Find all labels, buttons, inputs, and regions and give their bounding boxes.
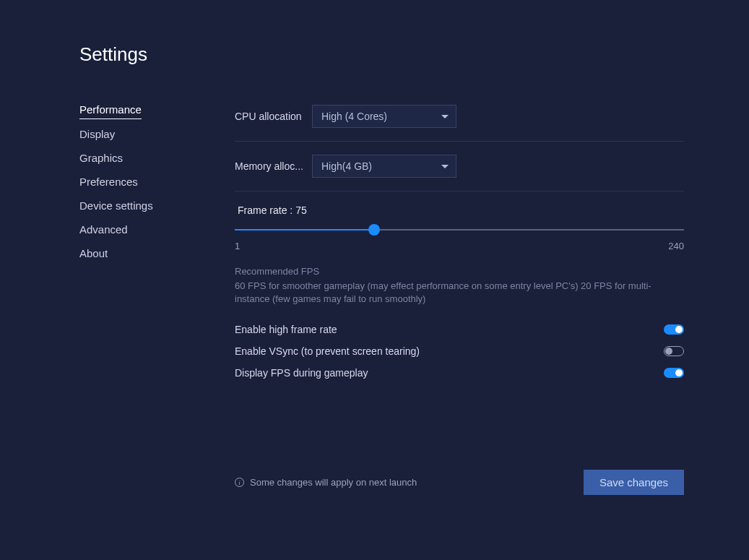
page-title: Settings <box>79 43 749 66</box>
frame-rate-slider[interactable] <box>235 223 684 238</box>
sidebar-item-graphics[interactable]: Graphics <box>79 146 123 170</box>
frame-rate-max: 240 <box>668 241 684 251</box>
memory-allocation-dropdown[interactable]: High(4 GB) <box>312 155 456 178</box>
sidebar-item-display[interactable]: Display <box>79 122 115 146</box>
enable-high-frame-rate-toggle[interactable] <box>664 324 684 335</box>
memory-allocation-label: Memory alloc... <box>235 160 312 172</box>
recommended-fps-title: Recommended FPS <box>235 266 684 277</box>
info-icon: i <box>235 478 244 487</box>
display-fps-toggle[interactable] <box>664 368 684 378</box>
cpu-allocation-value: High (4 Cores) <box>321 111 387 122</box>
chevron-down-icon <box>441 115 449 119</box>
footer-note: i Some changes will apply on next launch <box>235 477 417 488</box>
frame-rate-min: 1 <box>235 241 240 251</box>
display-fps-label: Display FPS during gameplay <box>235 367 368 379</box>
sidebar-item-about[interactable]: About <box>79 241 108 265</box>
enable-vsync-label: Enable VSync (to prevent screen tearing) <box>235 345 420 357</box>
frame-rate-label: Frame rate : 75 <box>235 204 684 216</box>
cpu-allocation-dropdown[interactable]: High (4 Cores) <box>312 105 456 128</box>
main-panel: CPU allocation High (4 Cores) Memory all… <box>224 98 749 384</box>
slider-fill <box>235 229 374 231</box>
memory-allocation-value: High(4 GB) <box>321 160 372 172</box>
chevron-down-icon <box>441 165 449 168</box>
enable-high-frame-rate-label: Enable high frame rate <box>235 324 337 335</box>
enable-vsync-toggle[interactable] <box>664 346 684 356</box>
slider-thumb[interactable] <box>368 224 380 236</box>
sidebar-item-advanced[interactable]: Advanced <box>79 217 128 241</box>
sidebar-item-preferences[interactable]: Preferences <box>79 170 138 194</box>
sidebar: Performance Display Graphics Preferences… <box>79 98 224 384</box>
sidebar-item-performance[interactable]: Performance <box>79 98 142 119</box>
cpu-allocation-label: CPU allocation <box>235 111 312 122</box>
recommended-fps-text: 60 FPS for smoother gameplay (may effect… <box>235 280 684 306</box>
save-changes-button[interactable]: Save changes <box>584 470 684 495</box>
sidebar-item-device-settings[interactable]: Device settings <box>79 194 153 217</box>
